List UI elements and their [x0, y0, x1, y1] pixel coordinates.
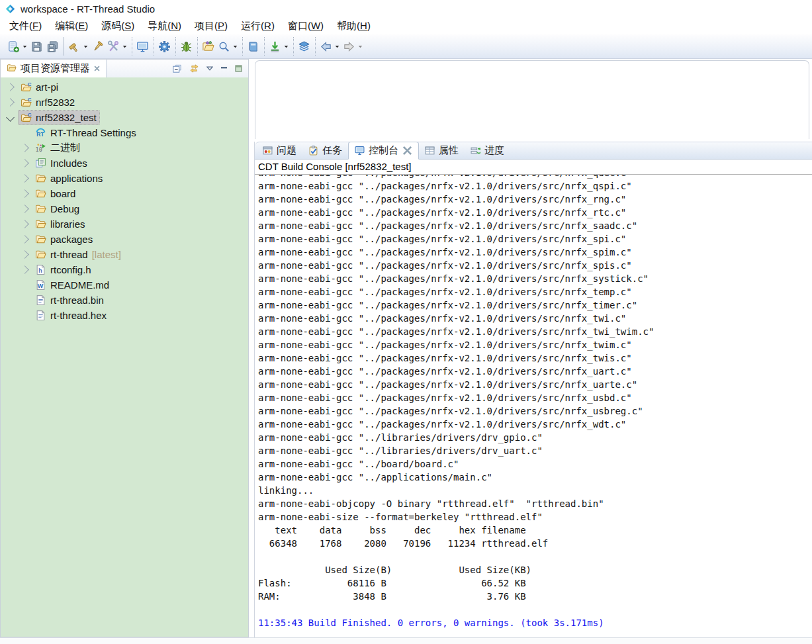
- tab-tasks[interactable]: 任务: [302, 142, 348, 159]
- tree-item-label: Debug: [50, 203, 79, 214]
- console-line: arm-none-eabi-gcc "../packages/nrfx-v2.1…: [258, 259, 812, 272]
- tree-item-libraries[interactable]: libraries: [1, 216, 248, 232]
- md-file-icon: W: [35, 279, 46, 291]
- help-book-button[interactable]: [245, 38, 261, 54]
- tab-properties[interactable]: 属性: [419, 142, 465, 159]
- twisty-collapsed-icon[interactable]: [6, 98, 15, 107]
- console-line: arm-none-eabi-objcopy -O binary "rtthrea…: [258, 497, 812, 510]
- twisty-collapsed-icon[interactable]: [21, 159, 29, 167]
- tree-item-packages[interactable]: packages: [1, 232, 248, 247]
- back-dropdown-icon[interactable]: [334, 38, 341, 54]
- tree-item-body[interactable]: Cnrf52832_test: [19, 111, 99, 124]
- tree-item-includes[interactable]: Includes: [1, 156, 248, 171]
- menu-item-source[interactable]: 源码(S): [95, 18, 141, 34]
- tree-item-body[interactable]: rt-thread.bin: [33, 293, 107, 307]
- tree-item-rt-thread.hex[interactable]: rt-thread.hex: [1, 308, 248, 323]
- menu-item-window[interactable]: 窗口(W): [281, 18, 330, 34]
- forward-button[interactable]: [341, 38, 357, 54]
- menu-item-label: R: [264, 20, 271, 31]
- import-dropdown-icon[interactable]: [283, 38, 290, 54]
- console-output[interactable]: arm-none-eabi-gcc "../packages/nrfx-v2.1…: [255, 175, 812, 629]
- tree-item-nrf52832[interactable]: Cnrf52832: [1, 95, 248, 110]
- tab-project-explorer[interactable]: 项目资源管理器: [1, 60, 107, 77]
- project-tree: Cart-piCnrf52832Cnrf52832_testRTRT-Threa…: [1, 77, 248, 637]
- menu-item-project[interactable]: 项目(P): [188, 18, 234, 34]
- menu-bar: 文件(F)编辑(E)源码(S)导航(N)项目(P)运行(R)窗口(W)帮助(H): [0, 17, 812, 34]
- import-button[interactable]: [267, 38, 283, 54]
- tree-item-body[interactable]: Cart-pi: [19, 80, 61, 94]
- settings-gear-button[interactable]: [156, 38, 172, 54]
- tree-item-body[interactable]: rt-thread[latest]: [33, 248, 124, 261]
- new-button[interactable]: [5, 38, 21, 54]
- save-button[interactable]: [28, 38, 44, 54]
- twisty-expanded-icon[interactable]: [6, 113, 15, 122]
- menu-item-help[interactable]: 帮助(H): [330, 18, 377, 34]
- new-dropdown-icon[interactable]: [21, 38, 28, 54]
- close-icon[interactable]: [94, 66, 100, 71]
- sdk-manager-button[interactable]: [296, 38, 312, 54]
- tab-progress[interactable]: 进度: [465, 142, 510, 159]
- menu-item-navigate[interactable]: 导航(N): [141, 18, 188, 34]
- build-dropdown-icon[interactable]: [82, 38, 89, 54]
- tree-item-body[interactable]: 10二进制: [33, 140, 83, 156]
- build-settings-dropdown-icon[interactable]: [121, 38, 128, 54]
- maximize-button[interactable]: [235, 65, 242, 72]
- twisty-collapsed-icon[interactable]: [21, 265, 29, 274]
- tree-item-rt-thread[interactable]: rt-thread[latest]: [1, 247, 248, 262]
- twisty-collapsed-icon[interactable]: [21, 144, 29, 152]
- tree-item-rt-thread-settings[interactable]: RTRT-Thread Settings: [1, 125, 248, 140]
- tree-item-二进制[interactable]: 10二进制: [1, 140, 248, 156]
- tree-item-readme.md[interactable]: WREADME.md: [1, 277, 248, 293]
- twisty-collapsed-icon[interactable]: [21, 205, 29, 213]
- twisty-collapsed-icon[interactable]: [21, 174, 29, 183]
- menu-item-edit[interactable]: 编辑(E): [48, 18, 95, 34]
- tree-item-nrf52832_test[interactable]: Cnrf52832_test: [1, 110, 248, 125]
- close-icon[interactable]: [402, 146, 412, 156]
- tree-item-body[interactable]: board: [33, 187, 78, 201]
- tree-item-body[interactable]: Cnrf52832: [19, 95, 77, 109]
- tree-item-body[interactable]: rt-thread.hex: [33, 308, 109, 322]
- tree-item-debug[interactable]: Debug: [1, 201, 248, 216]
- save-all-button[interactable]: [44, 38, 60, 54]
- build-settings-button[interactable]: [105, 38, 121, 54]
- tree-item-body[interactable]: RTRT-Thread Settings: [33, 126, 139, 140]
- tree-item-body[interactable]: libraries: [33, 217, 88, 231]
- view-menu-icon[interactable]: [206, 66, 213, 71]
- tree-item-rt-thread.bin[interactable]: rt-thread.bin: [1, 293, 248, 308]
- twisty-collapsed-icon[interactable]: [21, 189, 29, 198]
- tree-item-applications[interactable]: applications: [1, 171, 248, 186]
- open-packages-button[interactable]: [200, 38, 216, 54]
- tree-item-body[interactable]: applications: [33, 171, 105, 185]
- editor-area[interactable]: [255, 60, 809, 139]
- forward-dropdown-icon[interactable]: [357, 38, 364, 54]
- twisty-collapsed-icon[interactable]: [21, 220, 29, 228]
- tree-item-body[interactable]: WREADME.md: [33, 278, 112, 292]
- collapse-all-button[interactable]: [172, 64, 182, 73]
- menu-item-label: E: [78, 20, 85, 31]
- search-dropdown-icon[interactable]: [232, 38, 239, 54]
- back-button[interactable]: [318, 38, 334, 54]
- minimize-button[interactable]: [220, 66, 228, 72]
- tree-item-body[interactable]: Debug: [33, 202, 82, 216]
- tree-item-art-pi[interactable]: Cart-pi: [1, 79, 248, 95]
- menu-item-run[interactable]: 运行(R): [234, 18, 281, 34]
- tab-console[interactable]: 控制台: [348, 142, 419, 160]
- tree-item-body[interactable]: Includes: [33, 156, 90, 170]
- debug-button[interactable]: [178, 38, 194, 54]
- link-with-editor-button[interactable]: [189, 64, 199, 73]
- twisty-collapsed-icon[interactable]: [6, 83, 15, 91]
- tab-problems[interactable]: 问题: [257, 142, 302, 159]
- tab-label: 控制台: [369, 144, 398, 157]
- twisty-collapsed-icon[interactable]: [21, 250, 29, 259]
- tree-item-rtconfig.h[interactable]: hrtconfig.h: [1, 262, 248, 277]
- flash-download-button[interactable]: [89, 38, 105, 54]
- tree-item-board[interactable]: board: [1, 186, 248, 201]
- tree-item-body[interactable]: hrtconfig.h: [33, 263, 94, 277]
- build-button[interactable]: [66, 38, 82, 54]
- terminal-button[interactable]: [134, 38, 150, 54]
- folder-icon: [35, 188, 46, 199]
- tree-item-body[interactable]: packages: [33, 232, 95, 246]
- search-button[interactable]: [216, 38, 232, 54]
- twisty-collapsed-icon[interactable]: [21, 235, 29, 244]
- menu-item-file[interactable]: 文件(F): [3, 18, 48, 34]
